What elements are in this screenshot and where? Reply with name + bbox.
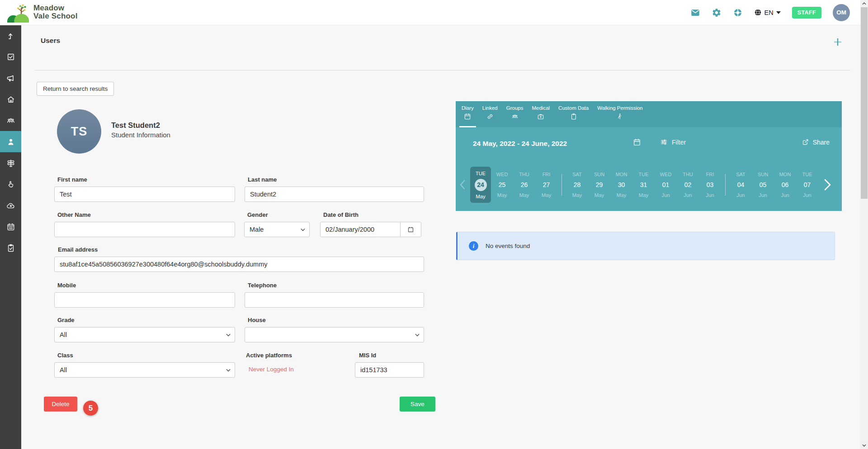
return-to-search-button[interactable]: Return to search results — [37, 82, 114, 96]
tab-diary[interactable]: Diary — [459, 101, 476, 127]
filter-sliders-icon — [660, 138, 668, 146]
day-of-week: TUE — [476, 171, 486, 176]
school-logo[interactable]: MeadowVale School — [7, 2, 78, 23]
sidebar-item-downloads[interactable] — [0, 195, 21, 216]
language-code: EN — [764, 9, 774, 16]
day-number: 01 — [662, 181, 670, 188]
day-cell-selected[interactable]: TUE24May — [470, 167, 491, 203]
mobile-field[interactable] — [54, 292, 235, 308]
people-group-icon — [6, 116, 15, 125]
day-month: May — [519, 192, 529, 198]
gender-select[interactable]: Male — [244, 222, 310, 237]
day-month: Jun — [706, 192, 714, 198]
clipboard-check-icon — [6, 243, 15, 253]
chevron-down-icon — [415, 333, 420, 337]
user-avatar[interactable]: OM — [833, 4, 850, 21]
day-cell[interactable]: THU02Jun — [677, 167, 699, 203]
day-cell[interactable]: SUN29May — [588, 167, 610, 203]
sidebar-item-tasks[interactable] — [0, 46, 21, 67]
last-name-field[interactable] — [245, 187, 424, 202]
tab-custom-data[interactable]: Custom Data — [556, 101, 591, 127]
school-logo-icon — [7, 2, 30, 23]
sidebar-nav — [0, 25, 21, 449]
megaphone-icon — [6, 74, 15, 83]
prev-days-chevron-icon[interactable] — [459, 180, 466, 190]
home-icon — [6, 95, 15, 104]
sidebar-item-activities[interactable] — [0, 173, 21, 195]
day-cell[interactable]: TUE07Jun — [796, 167, 818, 203]
day-cell[interactable]: TUE31May — [632, 167, 655, 203]
telephone-field[interactable] — [245, 292, 424, 308]
delete-button[interactable]: Delete — [44, 397, 77, 412]
day-cell[interactable]: MON06Jun — [774, 167, 796, 203]
day-month: May — [594, 192, 604, 198]
dob-calendar-button[interactable] — [400, 222, 421, 237]
sidebar-item-forms[interactable] — [0, 237, 21, 258]
day-cell[interactable]: SUN05Jun — [752, 167, 774, 203]
day-cell[interactable]: SAT04Jun — [730, 167, 752, 203]
day-of-week: TUE — [639, 172, 649, 177]
day-month: Jun — [781, 192, 789, 198]
sidebar-item-home[interactable] — [0, 89, 21, 110]
day-number: 30 — [618, 181, 625, 188]
other-name-field[interactable] — [54, 222, 235, 237]
day-cell[interactable]: WED25May — [491, 167, 513, 203]
day-cell[interactable]: SAT28May — [566, 167, 588, 203]
help-lifering-icon[interactable] — [733, 8, 743, 18]
sidebar-item-signpost[interactable] — [0, 152, 21, 173]
settings-gear-icon[interactable] — [712, 8, 722, 18]
first-name-field[interactable] — [54, 187, 235, 202]
tab-medical[interactable]: Medical — [529, 101, 552, 127]
share-button[interactable]: Share — [802, 138, 830, 146]
scroll-down-icon[interactable] — [860, 442, 868, 449]
day-cell[interactable]: FRI03Jun — [699, 167, 721, 203]
other-name-label: Other Name — [57, 211, 91, 218]
save-button[interactable]: Save — [400, 397, 435, 412]
scroll-up-icon[interactable] — [860, 0, 868, 7]
day-number: 02 — [684, 181, 692, 188]
info-icon: i — [469, 241, 478, 251]
sidebar-item-announcements[interactable] — [0, 67, 21, 89]
tab-groups[interactable]: Groups — [504, 101, 526, 127]
date-picker-calendar-icon[interactable] — [633, 138, 641, 147]
sidebar-item-groups[interactable] — [0, 110, 21, 131]
day-of-week: THU — [683, 172, 693, 177]
scrollbar-thumb[interactable] — [861, 7, 868, 199]
next-days-chevron-icon[interactable] — [824, 179, 831, 191]
house-label: House — [248, 317, 266, 323]
mis-id-field[interactable] — [355, 362, 424, 378]
day-of-week: FRI — [542, 172, 551, 177]
day-number: 24 — [475, 179, 487, 191]
day-cell[interactable]: MON30May — [610, 167, 632, 203]
class-select[interactable]: All — [54, 362, 235, 378]
sidebar-item-users[interactable] — [0, 131, 21, 152]
diary-body: 24 May, 2022 - 24 June, 2022 Filter Shar… — [456, 127, 842, 211]
dob-field[interactable] — [320, 222, 401, 237]
language-selector[interactable]: EN — [754, 9, 781, 16]
day-of-week: SUN — [758, 172, 768, 177]
sidebar-item-up-arrow[interactable] — [0, 25, 21, 46]
house-select[interactable] — [245, 327, 424, 342]
people-icon — [511, 111, 519, 120]
day-cell[interactable]: THU26May — [513, 167, 535, 203]
sidebar-item-calendar[interactable] — [0, 216, 21, 237]
tab-linked[interactable]: Linked — [480, 101, 500, 127]
day-of-week: WED — [660, 172, 672, 177]
person-icon — [6, 137, 15, 146]
add-user-plus-icon[interactable] — [833, 37, 843, 47]
mail-icon[interactable] — [690, 8, 700, 18]
page-scrollbar[interactable] — [860, 0, 868, 449]
student-name: Test Student2 — [111, 121, 160, 130]
tab-walking-permission[interactable]: Walking Permission — [595, 101, 645, 127]
student-subtitle: Student Information — [111, 131, 170, 139]
filter-button[interactable]: Filter — [660, 138, 686, 146]
day-cell[interactable]: FRI27May — [535, 167, 557, 203]
walking-person-icon — [616, 111, 623, 120]
day-month: Jun — [736, 192, 745, 198]
header-divider — [34, 70, 850, 70]
day-cell[interactable]: WED01Jun — [655, 167, 677, 203]
email-field[interactable] — [54, 257, 424, 272]
medical-kit-icon — [537, 111, 544, 120]
day-number: 06 — [782, 181, 789, 188]
grade-select[interactable]: All — [54, 327, 235, 342]
